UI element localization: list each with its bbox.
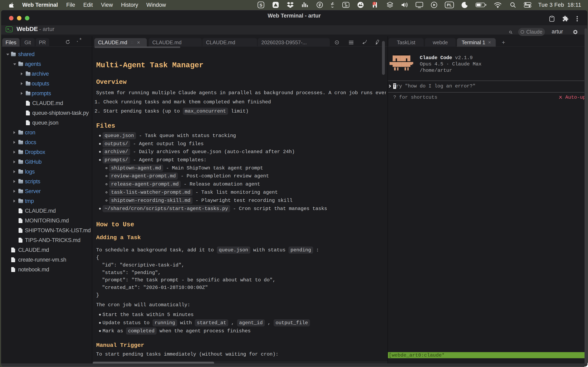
svg-text:S: S [259, 3, 262, 7]
svg-text:PL: PL [447, 3, 452, 7]
